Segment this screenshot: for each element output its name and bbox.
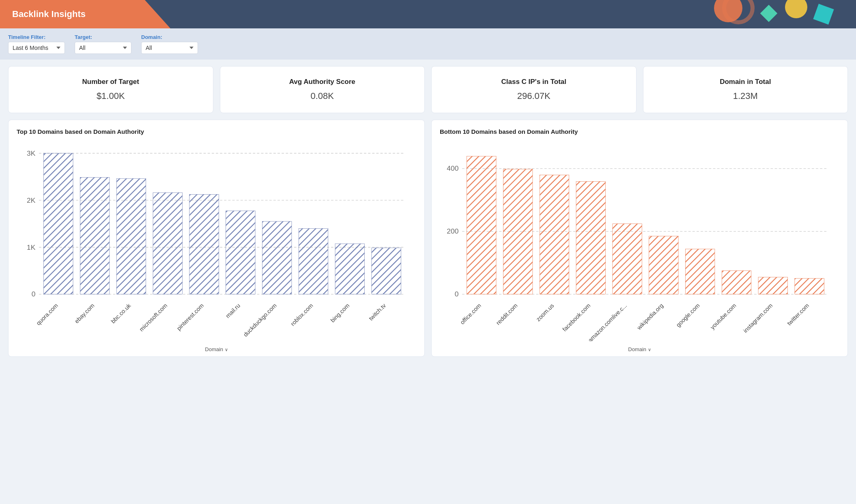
bottom-domains-footer-label: Domain — [628, 346, 646, 352]
bar-ebay — [80, 177, 109, 294]
svg-text:quora.com: quora.com — [35, 302, 59, 326]
metric-title-0: Number of Target — [17, 78, 205, 86]
top-domains-chart-title: Top 10 Domains based on Domain Authority — [17, 128, 416, 135]
bottom-domains-chart-area: 0 200 400 office.com reddit.com zoom.us — [440, 142, 839, 343]
svg-text:400: 400 — [447, 164, 458, 172]
svg-text:zoom.us: zoom.us — [535, 302, 555, 322]
svg-text:amazon.comlive.c...: amazon.comlive.c... — [587, 302, 628, 341]
bar-roblox — [299, 228, 328, 294]
svg-text:instagram.com: instagram.com — [742, 302, 774, 334]
bar-microsoft — [153, 193, 182, 294]
domain-filter-group: Domain: All — [141, 34, 198, 54]
bar-wikipedia — [649, 236, 678, 294]
bottom-domains-chart-card: Bottom 10 Domains based on Domain Author… — [431, 120, 848, 357]
svg-text:ebay.com: ebay.com — [73, 302, 96, 324]
bar-office — [467, 156, 496, 294]
metric-title-2: Class C IP's in Total — [440, 78, 628, 86]
svg-text:duckduckgo.com: duckduckgo.com — [242, 302, 278, 338]
bar-instagram — [758, 277, 787, 294]
domain-filter-select[interactable]: All — [141, 42, 198, 54]
svg-text:reddit.com: reddit.com — [495, 302, 519, 326]
bottom-domains-chart-title: Bottom 10 Domains based on Domain Author… — [440, 128, 839, 135]
top-domains-chart-area: 0 1K 2K 3K quora.com ebay.com bbc.co.uk — [17, 142, 416, 343]
target-filter-label: Target: — [75, 34, 131, 40]
metric-value-1: 0.08K — [228, 91, 417, 101]
svg-text:2K: 2K — [27, 196, 36, 204]
charts-row: Top 10 Domains based on Domain Authority… — [0, 120, 856, 365]
bar-duckduckgo — [262, 221, 291, 294]
top-domains-footer-label: Domain — [205, 346, 223, 352]
bar-facebook — [576, 182, 605, 294]
bar-zoom — [540, 175, 569, 294]
svg-text:0: 0 — [455, 290, 459, 298]
svg-text:twitter.com: twitter.com — [786, 302, 810, 326]
deco-ring — [722, 0, 755, 24]
top-domains-chart-footer[interactable]: Domain ∨ — [17, 346, 416, 352]
top-domains-svg: 0 1K 2K 3K quora.com ebay.com bbc.co.uk — [17, 142, 416, 341]
bar-amazon — [613, 224, 642, 294]
bar-youtube — [722, 271, 751, 294]
svg-text:wikipedia.org: wikipedia.org — [635, 302, 665, 331]
filter-bar: Timeline Filter: Last 6 Months Last 3 Mo… — [0, 28, 856, 60]
header-title-area: Backlink Insights — [0, 0, 170, 28]
metric-value-2: 296.07K — [440, 91, 628, 101]
svg-text:mail.ru: mail.ru — [224, 302, 241, 319]
svg-text:roblox.com: roblox.com — [289, 302, 314, 327]
svg-text:1K: 1K — [27, 243, 36, 251]
metric-card-2: Class C IP's in Total 296.07K — [431, 66, 637, 113]
svg-text:google.com: google.com — [675, 302, 701, 328]
deco-circle-orange — [714, 0, 742, 22]
svg-text:youtube.com: youtube.com — [709, 302, 738, 330]
bar-reddit — [503, 169, 532, 294]
metric-card-0: Number of Target $1.00K — [8, 66, 213, 113]
bottom-domains-chart-footer[interactable]: Domain ∨ — [440, 346, 839, 352]
bar-twitch — [372, 248, 401, 294]
chevron-down-icon-2: ∨ — [648, 347, 651, 352]
chevron-down-icon: ∨ — [225, 347, 228, 352]
timeline-filter-label: Timeline Filter: — [8, 34, 65, 40]
metric-value-3: 1.23M — [652, 91, 840, 101]
metric-value-0: $1.00K — [17, 91, 205, 101]
svg-text:pinterest.com: pinterest.com — [175, 302, 205, 332]
svg-text:bbc.co.uk: bbc.co.uk — [110, 302, 132, 325]
metric-card-3: Domain in Total 1.23M — [643, 66, 848, 113]
svg-text:twitch.tv: twitch.tv — [368, 302, 387, 322]
metrics-row: Number of Target $1.00K Avg Authority Sc… — [0, 60, 856, 120]
metric-card-1: Avg Authority Score 0.08K — [220, 66, 425, 113]
timeline-filter-group: Timeline Filter: Last 6 Months Last 3 Mo… — [8, 34, 65, 54]
header: Backlink Insights — [0, 0, 856, 28]
domain-filter-label: Domain: — [141, 34, 198, 40]
svg-text:0: 0 — [32, 290, 36, 298]
bar-bbc — [116, 178, 146, 294]
target-filter-select[interactable]: All — [75, 42, 131, 54]
bottom-domains-svg: 0 200 400 office.com reddit.com zoom.us — [440, 142, 839, 341]
svg-text:microsoft.com: microsoft.com — [138, 302, 168, 332]
bar-mailru — [226, 211, 255, 294]
bar-pinterest — [189, 194, 219, 294]
top-domains-chart-card: Top 10 Domains based on Domain Authority… — [8, 120, 425, 357]
deco-circle-yellow — [785, 0, 807, 18]
bar-bing — [335, 244, 364, 294]
target-filter-group: Target: All — [75, 34, 131, 54]
svg-text:facebook.com: facebook.com — [561, 302, 591, 332]
svg-text:200: 200 — [447, 227, 458, 235]
metric-title-1: Avg Authority Score — [228, 78, 417, 86]
svg-text:bing.com: bing.com — [329, 302, 351, 324]
bar-quora — [44, 153, 73, 294]
bar-google — [685, 249, 714, 294]
svg-text:3K: 3K — [27, 149, 36, 157]
metric-title-3: Domain in Total — [652, 78, 840, 86]
deco-diamond-teal — [760, 5, 777, 22]
app-title: Backlink Insights — [12, 9, 86, 19]
bar-twitter — [795, 279, 824, 294]
svg-text:office.com: office.com — [459, 302, 482, 326]
deco-diamond-cyan — [813, 4, 834, 24]
timeline-filter-select[interactable]: Last 6 Months Last 3 Months Last Month L… — [8, 42, 65, 54]
